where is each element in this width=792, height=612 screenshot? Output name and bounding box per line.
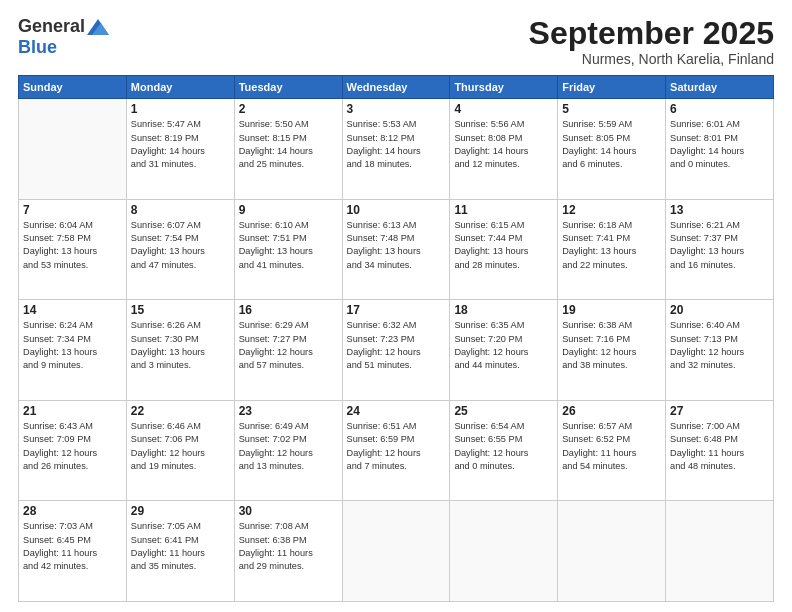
day-number: 21 — [23, 404, 122, 418]
calendar-cell: 10Sunrise: 6:13 AMSunset: 7:48 PMDayligh… — [342, 199, 450, 300]
calendar-cell — [19, 99, 127, 200]
day-number: 7 — [23, 203, 122, 217]
col-thursday: Thursday — [450, 76, 558, 99]
day-number: 2 — [239, 102, 338, 116]
day-info: Sunrise: 6:32 AMSunset: 7:23 PMDaylight:… — [347, 319, 446, 372]
logo-blue-text: Blue — [18, 37, 57, 58]
day-info: Sunrise: 7:08 AMSunset: 6:38 PMDaylight:… — [239, 520, 338, 573]
calendar-cell: 23Sunrise: 6:49 AMSunset: 7:02 PMDayligh… — [234, 400, 342, 501]
calendar-cell: 29Sunrise: 7:05 AMSunset: 6:41 PMDayligh… — [126, 501, 234, 602]
day-info: Sunrise: 5:47 AMSunset: 8:19 PMDaylight:… — [131, 118, 230, 171]
logo-icon — [87, 19, 109, 35]
day-number: 15 — [131, 303, 230, 317]
day-number: 29 — [131, 504, 230, 518]
day-number: 6 — [670, 102, 769, 116]
day-number: 3 — [347, 102, 446, 116]
col-sunday: Sunday — [19, 76, 127, 99]
day-info: Sunrise: 7:00 AMSunset: 6:48 PMDaylight:… — [670, 420, 769, 473]
day-info: Sunrise: 5:53 AMSunset: 8:12 PMDaylight:… — [347, 118, 446, 171]
day-number: 9 — [239, 203, 338, 217]
col-saturday: Saturday — [666, 76, 774, 99]
title-block: September 2025 Nurmes, North Karelia, Fi… — [529, 16, 774, 67]
day-number: 16 — [239, 303, 338, 317]
day-number: 24 — [347, 404, 446, 418]
day-number: 8 — [131, 203, 230, 217]
calendar-cell: 9Sunrise: 6:10 AMSunset: 7:51 PMDaylight… — [234, 199, 342, 300]
calendar-cell: 19Sunrise: 6:38 AMSunset: 7:16 PMDayligh… — [558, 300, 666, 401]
header: General Blue September 2025 Nurmes, Nort… — [18, 16, 774, 67]
calendar-cell: 27Sunrise: 7:00 AMSunset: 6:48 PMDayligh… — [666, 400, 774, 501]
col-monday: Monday — [126, 76, 234, 99]
day-number: 11 — [454, 203, 553, 217]
day-info: Sunrise: 5:56 AMSunset: 8:08 PMDaylight:… — [454, 118, 553, 171]
day-info: Sunrise: 5:59 AMSunset: 8:05 PMDaylight:… — [562, 118, 661, 171]
day-number: 26 — [562, 404, 661, 418]
day-info: Sunrise: 6:01 AMSunset: 8:01 PMDaylight:… — [670, 118, 769, 171]
day-number: 12 — [562, 203, 661, 217]
calendar-cell: 17Sunrise: 6:32 AMSunset: 7:23 PMDayligh… — [342, 300, 450, 401]
calendar-cell — [450, 501, 558, 602]
col-wednesday: Wednesday — [342, 76, 450, 99]
day-number: 18 — [454, 303, 553, 317]
calendar-cell: 11Sunrise: 6:15 AMSunset: 7:44 PMDayligh… — [450, 199, 558, 300]
day-number: 10 — [347, 203, 446, 217]
calendar-cell: 2Sunrise: 5:50 AMSunset: 8:15 PMDaylight… — [234, 99, 342, 200]
calendar-cell: 15Sunrise: 6:26 AMSunset: 7:30 PMDayligh… — [126, 300, 234, 401]
calendar-cell: 12Sunrise: 6:18 AMSunset: 7:41 PMDayligh… — [558, 199, 666, 300]
day-number: 28 — [23, 504, 122, 518]
day-info: Sunrise: 6:26 AMSunset: 7:30 PMDaylight:… — [131, 319, 230, 372]
calendar-cell: 24Sunrise: 6:51 AMSunset: 6:59 PMDayligh… — [342, 400, 450, 501]
day-info: Sunrise: 6:10 AMSunset: 7:51 PMDaylight:… — [239, 219, 338, 272]
day-info: Sunrise: 7:05 AMSunset: 6:41 PMDaylight:… — [131, 520, 230, 573]
day-info: Sunrise: 5:50 AMSunset: 8:15 PMDaylight:… — [239, 118, 338, 171]
week-row-0: 1Sunrise: 5:47 AMSunset: 8:19 PMDaylight… — [19, 99, 774, 200]
week-row-2: 14Sunrise: 6:24 AMSunset: 7:34 PMDayligh… — [19, 300, 774, 401]
day-info: Sunrise: 6:57 AMSunset: 6:52 PMDaylight:… — [562, 420, 661, 473]
calendar-cell: 28Sunrise: 7:03 AMSunset: 6:45 PMDayligh… — [19, 501, 127, 602]
day-number: 23 — [239, 404, 338, 418]
day-number: 4 — [454, 102, 553, 116]
day-info: Sunrise: 6:35 AMSunset: 7:20 PMDaylight:… — [454, 319, 553, 372]
day-number: 25 — [454, 404, 553, 418]
day-info: Sunrise: 6:21 AMSunset: 7:37 PMDaylight:… — [670, 219, 769, 272]
calendar-cell: 22Sunrise: 6:46 AMSunset: 7:06 PMDayligh… — [126, 400, 234, 501]
calendar-cell: 30Sunrise: 7:08 AMSunset: 6:38 PMDayligh… — [234, 501, 342, 602]
week-row-1: 7Sunrise: 6:04 AMSunset: 7:58 PMDaylight… — [19, 199, 774, 300]
day-number: 19 — [562, 303, 661, 317]
logo-general-text: General — [18, 16, 85, 37]
calendar-cell: 16Sunrise: 6:29 AMSunset: 7:27 PMDayligh… — [234, 300, 342, 401]
day-info: Sunrise: 6:54 AMSunset: 6:55 PMDaylight:… — [454, 420, 553, 473]
calendar-cell: 21Sunrise: 6:43 AMSunset: 7:09 PMDayligh… — [19, 400, 127, 501]
calendar-cell: 1Sunrise: 5:47 AMSunset: 8:19 PMDaylight… — [126, 99, 234, 200]
logo: General Blue — [18, 16, 109, 58]
day-number: 27 — [670, 404, 769, 418]
day-info: Sunrise: 6:07 AMSunset: 7:54 PMDaylight:… — [131, 219, 230, 272]
calendar-cell: 13Sunrise: 6:21 AMSunset: 7:37 PMDayligh… — [666, 199, 774, 300]
day-info: Sunrise: 6:04 AMSunset: 7:58 PMDaylight:… — [23, 219, 122, 272]
calendar-cell: 26Sunrise: 6:57 AMSunset: 6:52 PMDayligh… — [558, 400, 666, 501]
day-info: Sunrise: 6:51 AMSunset: 6:59 PMDaylight:… — [347, 420, 446, 473]
calendar-cell: 7Sunrise: 6:04 AMSunset: 7:58 PMDaylight… — [19, 199, 127, 300]
day-number: 20 — [670, 303, 769, 317]
day-number: 17 — [347, 303, 446, 317]
calendar-cell — [666, 501, 774, 602]
calendar-cell: 6Sunrise: 6:01 AMSunset: 8:01 PMDaylight… — [666, 99, 774, 200]
page: General Blue September 2025 Nurmes, Nort… — [0, 0, 792, 612]
day-info: Sunrise: 6:18 AMSunset: 7:41 PMDaylight:… — [562, 219, 661, 272]
calendar-table: Sunday Monday Tuesday Wednesday Thursday… — [18, 75, 774, 602]
header-row: Sunday Monday Tuesday Wednesday Thursday… — [19, 76, 774, 99]
location: Nurmes, North Karelia, Finland — [529, 51, 774, 67]
calendar-cell — [558, 501, 666, 602]
day-info: Sunrise: 6:43 AMSunset: 7:09 PMDaylight:… — [23, 420, 122, 473]
day-number: 30 — [239, 504, 338, 518]
calendar-cell: 5Sunrise: 5:59 AMSunset: 8:05 PMDaylight… — [558, 99, 666, 200]
week-row-4: 28Sunrise: 7:03 AMSunset: 6:45 PMDayligh… — [19, 501, 774, 602]
calendar-cell: 18Sunrise: 6:35 AMSunset: 7:20 PMDayligh… — [450, 300, 558, 401]
day-info: Sunrise: 6:15 AMSunset: 7:44 PMDaylight:… — [454, 219, 553, 272]
month-title: September 2025 — [529, 16, 774, 51]
day-info: Sunrise: 7:03 AMSunset: 6:45 PMDaylight:… — [23, 520, 122, 573]
col-tuesday: Tuesday — [234, 76, 342, 99]
col-friday: Friday — [558, 76, 666, 99]
day-info: Sunrise: 6:13 AMSunset: 7:48 PMDaylight:… — [347, 219, 446, 272]
week-row-3: 21Sunrise: 6:43 AMSunset: 7:09 PMDayligh… — [19, 400, 774, 501]
